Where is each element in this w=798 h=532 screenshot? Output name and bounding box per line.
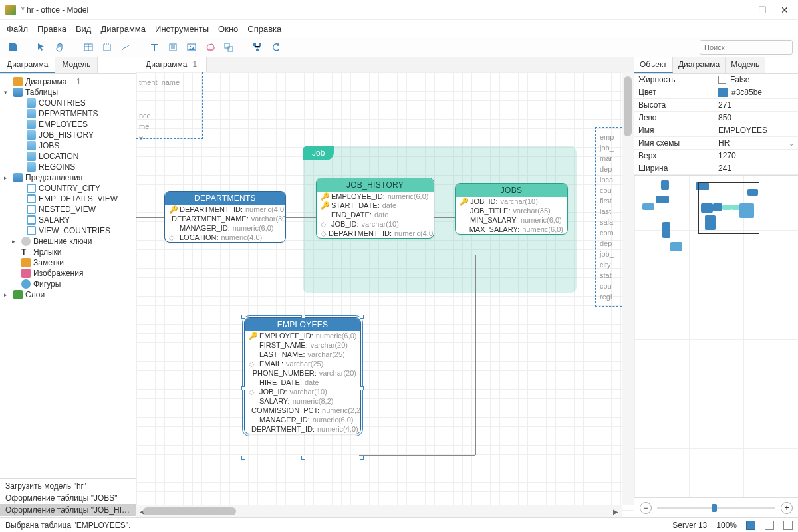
pointer-icon[interactable] — [34, 40, 49, 55]
group-label: Job — [303, 146, 334, 160]
entity-job-history[interactable]: JOB_HISTORY 🔑EMPLOYEE_ID: numeric(6,0) 🔑… — [316, 178, 434, 239]
selection-handle[interactable] — [360, 456, 364, 460]
table-icon[interactable] — [81, 40, 96, 55]
tree-table[interactable]: LOCATION — [0, 151, 136, 162]
connector — [136, 217, 164, 218]
note-icon[interactable] — [166, 40, 180, 55]
tree-view[interactable]: EMP_DETAILS_VIEW — [0, 194, 136, 204]
selection-handle[interactable] — [241, 315, 245, 319]
svg-rect-11 — [253, 43, 256, 46]
tab-diagram[interactable]: Диаграмма — [0, 57, 55, 73]
status-server: Server 13 — [672, 521, 707, 530]
tree-tables[interactable]: ▾Таблицы — [0, 87, 136, 98]
selection-handle[interactable] — [301, 315, 305, 319]
hand-icon[interactable] — [53, 40, 67, 55]
partial-entity-right[interactable]: empjob_mardep locacoufirstlast salacomde… — [595, 127, 622, 307]
tree[interactable]: Диаграмма 1 ▾Таблицы COUNTRIES DEPARTMEN… — [0, 74, 136, 478]
tree-table[interactable]: COUNTRIES — [0, 98, 136, 108]
menu-view[interactable]: Вид — [76, 24, 92, 34]
close-button[interactable]: ✕ — [779, 5, 790, 15]
entity-employees[interactable]: EMPLOYEES 🔑EMPLOYEE_ID: numeric(6,0) FIR… — [244, 317, 361, 434]
canvas[interactable]: tment_name nce me e Job empjob_mardep lo… — [136, 72, 634, 517]
tree-layers[interactable]: ▸Слои — [0, 289, 136, 300]
layout-toggle[interactable] — [746, 521, 755, 530]
arrange-icon[interactable] — [250, 40, 265, 55]
selection-handle[interactable] — [241, 386, 245, 390]
entity-jobs[interactable]: JOBS 🔑JOB_ID: varchar(10) JOB_TITLE: var… — [455, 183, 568, 235]
maximize-button[interactable]: ☐ — [757, 5, 767, 15]
connector — [359, 455, 475, 456]
status-message: Выбрана таблица "EMPLOYEES". — [5, 521, 130, 530]
tree-labels[interactable]: TЯрлыки — [0, 247, 136, 257]
search-input[interactable] — [704, 43, 796, 51]
tab-model[interactable]: Модель — [55, 57, 98, 73]
selection-handle[interactable] — [301, 456, 305, 460]
prop-row[interactable]: Верх1270 — [634, 150, 798, 162]
rtab-model[interactable]: Модель — [726, 57, 765, 73]
minimap-viewport[interactable] — [698, 182, 759, 234]
group-icon[interactable] — [221, 40, 236, 55]
status-zoom: 100% — [716, 521, 737, 530]
scrollbar-vertical[interactable] — [622, 72, 634, 505]
select-icon[interactable] — [100, 40, 114, 55]
entity-departments[interactable]: DEPARTMENTS 🔑DEPARTMENT_ID: numeric(4,0)… — [164, 191, 286, 243]
prop-row[interactable]: Высота271 — [634, 99, 798, 112]
tree-table[interactable]: DEPARTMENTS — [0, 108, 136, 119]
prop-row[interactable]: Ширина241 — [634, 162, 798, 175]
canvas-tab[interactable]: Диаграмма1 — [136, 57, 207, 72]
scrollbar-horizontal[interactable]: ◀▶ — [136, 505, 622, 517]
tree-view[interactable]: VIEW_COUNTRIES — [0, 225, 136, 236]
prop-row[interactable]: Имя схемыHR⌄ — [634, 137, 798, 150]
refresh-icon[interactable] — [269, 40, 283, 55]
window-title: * hr - office - Model — [21, 5, 734, 15]
tree-shapes[interactable]: Фигуры — [0, 279, 136, 289]
selection-handle[interactable] — [360, 315, 364, 319]
tree-view[interactable]: NESTED_VIEW — [0, 204, 136, 215]
relation-icon[interactable] — [118, 40, 133, 55]
history: Загрузить модель "hr" Оформление таблицы… — [0, 478, 136, 517]
layout-toggle[interactable] — [765, 521, 774, 530]
layout-toggle[interactable] — [783, 521, 793, 530]
menu-diagram[interactable]: Диаграмма — [100, 24, 146, 34]
zoom-slider[interactable] — [657, 507, 775, 509]
menu-tools[interactable]: Инструменты — [155, 24, 209, 34]
prop-row[interactable]: Лево850 — [634, 112, 798, 124]
tree-images[interactable]: Изображения — [0, 268, 136, 279]
prop-row[interactable]: Цвет#3c85be — [634, 86, 798, 99]
rtab-diagram[interactable]: Диаграмма — [673, 57, 726, 73]
partial-entity[interactable]: tment_name nce me e — [136, 72, 203, 139]
minimap[interactable] — [634, 175, 798, 497]
text-icon[interactable] — [147, 40, 162, 55]
tree-table[interactable]: JOB_HISTORY — [0, 130, 136, 140]
tree-notes[interactable]: Заметки — [0, 257, 136, 268]
rtab-object[interactable]: Объект — [634, 57, 673, 73]
selection-handle[interactable] — [241, 456, 245, 460]
history-item[interactable]: Загрузить модель "hr" — [0, 480, 136, 492]
image-icon[interactable] — [184, 40, 199, 55]
menu-help[interactable]: Справка — [247, 24, 281, 34]
shape-icon[interactable] — [203, 40, 217, 55]
tree-root[interactable]: Диаграмма 1 — [0, 76, 136, 87]
menu-edit[interactable]: Правка — [37, 24, 66, 34]
tree-fk[interactable]: ▸Внешние ключи — [0, 236, 136, 247]
tree-table[interactable]: JOBS — [0, 140, 136, 151]
search-box[interactable] — [700, 40, 793, 55]
tree-view[interactable]: SALARY — [0, 215, 136, 225]
tree-views[interactable]: ▸Представления — [0, 172, 136, 183]
selection-handle[interactable] — [360, 386, 364, 390]
history-item[interactable]: Оформление таблицы "JOB_HIST... — [0, 504, 136, 516]
menu-file[interactable]: Файл — [7, 24, 28, 34]
minimize-button[interactable]: — — [734, 5, 745, 15]
tree-view[interactable]: COUNTRY_CITY — [0, 183, 136, 194]
zoom-in-button[interactable]: + — [781, 502, 793, 514]
canvas-area: Диаграмма1 tment_name nce me e Job empjo… — [136, 57, 634, 517]
prop-row[interactable]: ЖирностьFalse — [634, 74, 798, 86]
zoom-out-button[interactable]: − — [640, 502, 652, 514]
menu-window[interactable]: Окно — [218, 24, 238, 34]
history-item[interactable]: Оформление таблицы "JOBS" — [0, 492, 136, 504]
prop-row[interactable]: ИмяEMPLOYEES — [634, 124, 798, 137]
tree-table[interactable]: REGOINS — [0, 162, 136, 172]
save-icon[interactable] — [5, 40, 20, 55]
connector — [243, 255, 243, 319]
tree-table[interactable]: EMPLOYEES — [0, 119, 136, 130]
